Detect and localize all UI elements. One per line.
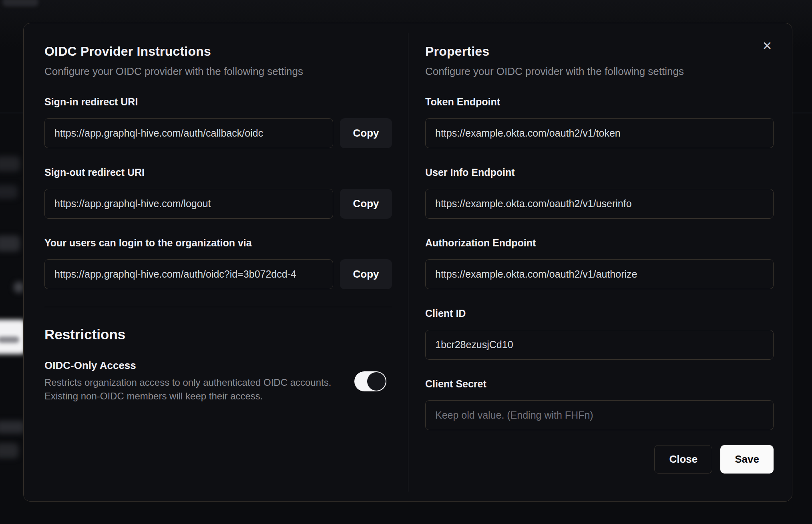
oidc-only-access-text: OIDC-Only Access Restricts organization … xyxy=(44,359,354,403)
organization-login-uri-input[interactable] xyxy=(44,259,333,289)
background-fragment xyxy=(0,156,20,171)
copy-sign-out-uri-button[interactable]: Copy xyxy=(340,189,392,219)
instructions-title: OIDC Provider Instructions xyxy=(44,44,392,59)
organization-login-uri-label: Your users can login to the organization… xyxy=(44,237,392,249)
organization-login-uri-row: Copy xyxy=(44,259,392,289)
client-secret-label: Client Secret xyxy=(425,378,774,390)
restrictions-title: Restrictions xyxy=(44,326,392,343)
properties-subtitle: Configure your OIDC provider with the fo… xyxy=(425,65,774,78)
sign-in-redirect-uri-row: Copy xyxy=(44,118,392,148)
oidc-only-access-description-line1: Restricts organization access to only au… xyxy=(44,376,338,389)
client-secret-input[interactable] xyxy=(425,400,774,430)
token-endpoint-label: Token Endpoint xyxy=(425,96,774,108)
client-secret-row xyxy=(425,400,774,430)
oidc-only-access-description: Restricts organization access to only au… xyxy=(44,376,338,403)
sign-out-redirect-uri-label: Sign-out redirect URI xyxy=(44,167,392,178)
instructions-subtitle: Configure your OIDC provider with the fo… xyxy=(44,65,392,78)
authorization-endpoint-row xyxy=(425,259,774,289)
properties-title: Properties xyxy=(425,44,774,59)
authorization-endpoint-label: Authorization Endpoint xyxy=(425,237,774,249)
oidc-settings-modal: ✕ OIDC Provider Instructions Configure y… xyxy=(23,23,792,502)
section-divider xyxy=(44,307,392,307)
user-info-endpoint-input[interactable] xyxy=(425,189,774,219)
modal-actions: Close Save xyxy=(425,445,774,474)
instructions-column: OIDC Provider Instructions Configure you… xyxy=(44,23,392,403)
copy-sign-in-uri-button[interactable]: Copy xyxy=(340,118,392,148)
column-divider xyxy=(408,33,408,492)
oidc-only-access-description-line2: Existing non-OIDC members will keep thei… xyxy=(44,389,338,403)
client-id-label: Client ID xyxy=(425,308,774,319)
background-fragment-toolbar xyxy=(2,0,38,6)
save-button[interactable]: Save xyxy=(720,445,774,474)
client-id-input[interactable] xyxy=(425,330,774,360)
copy-login-uri-button[interactable]: Copy xyxy=(340,259,392,289)
oidc-only-access-label: OIDC-Only Access xyxy=(44,359,338,372)
background-fragment xyxy=(0,185,18,199)
background-fragment xyxy=(0,443,18,458)
close-button[interactable]: Close xyxy=(654,445,712,474)
oidc-only-access-row: OIDC-Only Access Restricts organization … xyxy=(44,359,392,403)
toggle-thumb xyxy=(367,372,386,391)
user-info-endpoint-label: User Info Endpoint xyxy=(425,167,774,178)
oidc-only-access-toggle[interactable] xyxy=(354,371,386,391)
token-endpoint-row xyxy=(425,118,774,148)
sign-out-redirect-uri-input[interactable] xyxy=(44,189,333,219)
background-fragment xyxy=(0,236,20,252)
sign-out-redirect-uri-row: Copy xyxy=(44,189,392,219)
sign-in-redirect-uri-label: Sign-in redirect URI xyxy=(44,96,392,108)
sign-in-redirect-uri-input[interactable] xyxy=(44,118,333,148)
background-fragment xyxy=(0,421,25,433)
authorization-endpoint-input[interactable] xyxy=(425,259,774,289)
token-endpoint-input[interactable] xyxy=(425,118,774,148)
properties-column: Properties Configure your OIDC provider … xyxy=(425,23,774,474)
user-info-endpoint-row xyxy=(425,189,774,219)
background-fragment xyxy=(14,282,24,293)
client-id-row xyxy=(425,330,774,360)
background-fragment xyxy=(0,337,19,343)
